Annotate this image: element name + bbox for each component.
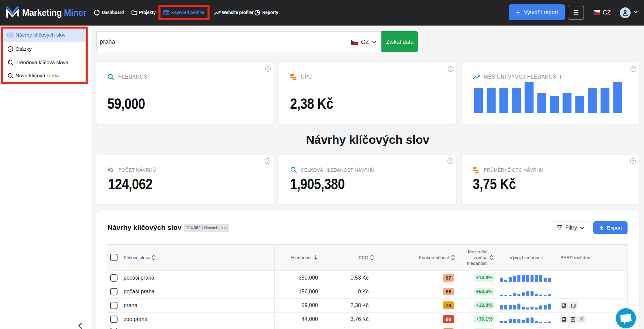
svg-text:?: ? (450, 67, 452, 71)
svg-text:?: ? (632, 67, 634, 71)
svg-text:?: ? (632, 159, 634, 163)
svg-text:?: ? (267, 159, 269, 163)
svg-text:?: ? (449, 159, 451, 163)
svg-text:?: ? (267, 67, 269, 71)
